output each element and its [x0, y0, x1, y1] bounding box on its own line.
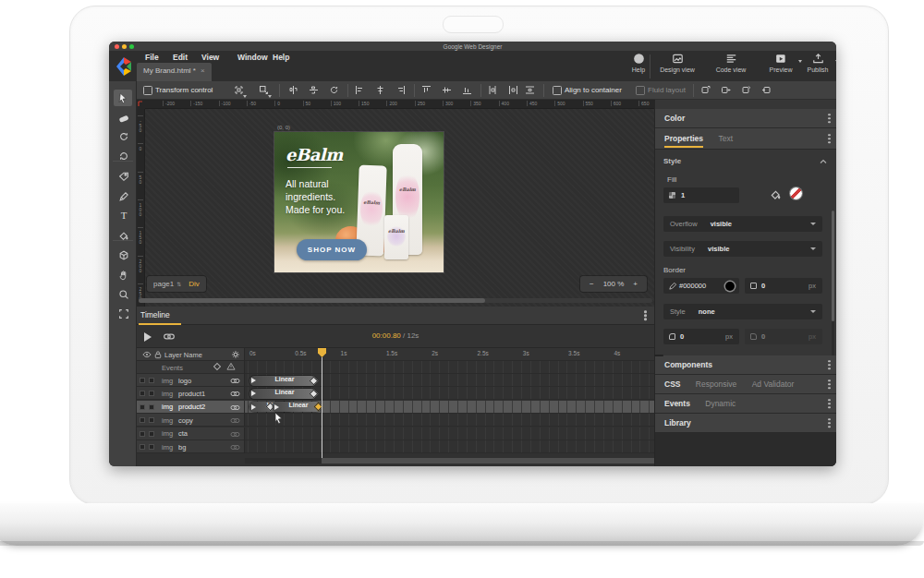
paint-bucket-icon[interactable] [770, 189, 782, 203]
design-canvas[interactable]: -200-150-100-500501001502002503003504004… [137, 100, 654, 307]
style-section-header[interactable]: Style [663, 157, 681, 165]
responsive-tab[interactable]: Responsive [696, 379, 736, 389]
layer-track[interactable] [245, 427, 654, 440]
dropdown-arrow-icon[interactable] [810, 247, 816, 250]
border-width-value[interactable]: 0 [761, 282, 765, 290]
distribute-horizontal-center-icon[interactable] [508, 85, 518, 95]
css-tab[interactable]: CSS [664, 379, 680, 389]
tag-tool-icon[interactable] [116, 169, 130, 183]
breadcrumb[interactable]: page1⇅Div [147, 276, 206, 292]
layer-loop-icon[interactable] [230, 415, 240, 427]
layer-name[interactable]: logo [178, 377, 191, 385]
border-radius-value[interactable]: 0 [680, 332, 684, 341]
3d-stage-tool-icon[interactable] [116, 247, 130, 261]
canvas-horizontal-scrollbar[interactable] [139, 298, 652, 303]
rotate-icon[interactable] [329, 85, 339, 95]
fill-opacity-value[interactable]: 1 [681, 191, 685, 199]
zoom-tool-icon[interactable] [116, 287, 130, 301]
zoom-in-button[interactable]: + [633, 280, 638, 288]
css-panel-header[interactable]: CSS Responsive Ad Validator [655, 375, 836, 394]
layer-lock-toggle[interactable] [149, 431, 154, 437]
rotate-3d-tool-icon[interactable] [116, 129, 130, 143]
tab-properties[interactable]: Properties [664, 134, 703, 148]
layer-visibility-toggle[interactable] [140, 378, 145, 383]
kebab-menu-icon[interactable] [828, 358, 831, 371]
border-color-swatch[interactable] [725, 282, 735, 291]
hand-tool-icon[interactable] [116, 268, 130, 282]
timeline-layer-row-product2[interactable]: imgproduct2Lin..Linear [137, 401, 654, 414]
dropdown-arrow-icon[interactable] [835, 60, 836, 63]
layer-visibility-toggle[interactable] [140, 444, 145, 450]
timeline-layer-row-bg[interactable]: imgbg [137, 440, 654, 453]
pen-tool-icon[interactable] [116, 189, 130, 203]
layer-name[interactable]: bg [178, 443, 186, 452]
kebab-menu-icon[interactable] [828, 378, 831, 391]
layer-lock-toggle[interactable] [149, 378, 154, 383]
align-horizontal-center-icon[interactable] [375, 85, 385, 95]
layer-name[interactable]: product1 [178, 390, 205, 398]
border-color-value[interactable]: #000000 [679, 282, 706, 290]
lock-icon[interactable] [153, 350, 163, 361]
dropdown-arrow-icon[interactable] [810, 223, 816, 225]
layer-visibility-toggle[interactable] [140, 431, 145, 437]
scrollbar-thumb[interactable] [832, 211, 834, 321]
page-export-icon[interactable] [721, 85, 731, 95]
layer-track[interactable] [245, 440, 654, 453]
dynamic-tab[interactable]: Dynamic [705, 399, 736, 408]
align-left-icon[interactable] [355, 85, 365, 95]
page-refresh-icon[interactable] [741, 85, 751, 95]
events-panel-header[interactable]: Events Dynamic [655, 394, 836, 414]
layer-loop-icon[interactable] [230, 429, 240, 441]
eye-icon[interactable] [142, 350, 152, 361]
keyframe-start-icon[interactable] [251, 404, 256, 410]
breadcrumb-updown-icon[interactable]: ⇅ [176, 282, 181, 287]
transform-control-checkbox[interactable] [143, 86, 152, 95]
kebab-menu-icon[interactable] [828, 112, 831, 125]
page-import-icon[interactable] [761, 85, 772, 95]
timeline-layer-row-copy[interactable]: imgcopy [137, 414, 654, 427]
breadcrumb-page[interactable]: page1 [153, 280, 174, 288]
overflow-value[interactable]: visible [711, 220, 732, 228]
layer-loop-icon[interactable] [230, 403, 240, 415]
layer-visibility-toggle[interactable] [140, 417, 145, 423]
layer-visibility-toggle[interactable] [140, 391, 145, 396]
color-panel-header[interactable]: Color [655, 109, 836, 128]
transform-frame-icon[interactable] [234, 85, 244, 95]
dropdown-arrow-icon[interactable] [268, 95, 272, 98]
library-panel-header[interactable]: Library [655, 414, 836, 433]
kebab-menu-icon[interactable] [828, 132, 831, 145]
scrollbar-thumb[interactable] [322, 458, 654, 464]
ad-cta-button[interactable]: SHOP NOW [297, 239, 367, 260]
fill-opacity-field[interactable]: 1 [663, 187, 739, 203]
visibility-value[interactable]: visible [708, 245, 729, 253]
timeline-horizontal-scrollbar[interactable] [245, 458, 654, 464]
layer-loop-icon[interactable] [230, 376, 240, 388]
layer-lock-toggle[interactable] [149, 444, 154, 450]
text-tool-icon[interactable]: T [116, 208, 130, 222]
distribute-left-icon[interactable] [488, 85, 498, 95]
dropdown-arrow-icon[interactable] [243, 95, 247, 98]
layer-lock-toggle[interactable] [149, 404, 154, 410]
layer-lock-toggle[interactable] [149, 417, 154, 423]
tab-text[interactable]: Text [718, 134, 733, 143]
fluid-layout-checkbox[interactable] [636, 86, 645, 95]
layer-visibility-toggle[interactable] [140, 404, 145, 410]
flip-horizontal-icon[interactable] [309, 85, 319, 95]
ad-validator-tab[interactable]: Ad Validator [752, 379, 795, 389]
keyframe-start-icon[interactable] [251, 391, 256, 396]
timeline-layer-row-logo[interactable]: imglogoLinear [137, 374, 654, 387]
timeline-layer-row-product1[interactable]: imgproduct1Linear [137, 387, 654, 400]
align-to-container-checkbox[interactable] [553, 86, 562, 95]
border-color-field[interactable]: #000000 [663, 278, 739, 294]
eraser-tool-icon[interactable] [116, 111, 130, 125]
layer-name[interactable]: product2 [178, 403, 205, 411]
selection-tool-icon[interactable] [114, 90, 132, 106]
page-rotate-left-icon[interactable] [700, 85, 711, 95]
layer-name[interactable]: copy [178, 416, 193, 425]
align-bottom-icon[interactable] [462, 85, 472, 95]
border-width-field[interactable]: 0 px [745, 278, 822, 294]
fullscreen-icon[interactable] [116, 307, 130, 320]
align-top-icon[interactable] [421, 85, 432, 95]
align-right-icon[interactable] [395, 85, 406, 95]
border-style-field[interactable]: Style none [663, 304, 822, 319]
